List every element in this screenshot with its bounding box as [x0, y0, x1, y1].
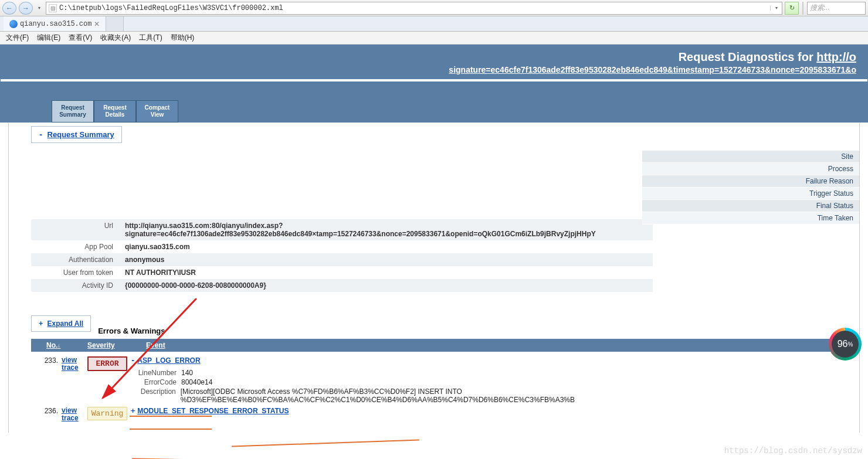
- menu-item[interactable]: 收藏夹(A): [97, 32, 134, 44]
- address-text: C:\inetpub\logs\FailedReqLogFiles\W3SVC1…: [59, 4, 768, 12]
- menu-item[interactable]: 文件(F): [2, 32, 32, 44]
- menu-item[interactable]: 帮助(H): [167, 32, 198, 44]
- event-cell: +MODULE_SET_RESPONSE_ERROR_STATUS: [131, 407, 847, 415]
- table-row: Urlhttp://qianyu.sao315.com:80/qianyu/in…: [31, 219, 653, 240]
- view-tab[interactable]: CompactView: [136, 100, 178, 123]
- expand-all-button[interactable]: + Expand All: [31, 315, 91, 332]
- col-no[interactable]: No.: [46, 341, 70, 349]
- browser-nav-bar: ← → ▾ ▧ C:\inetpub\logs\FailedReqLogFile…: [0, 0, 868, 16]
- kv-value: http://qianyu.sao315.com:80/qianyu/index…: [119, 219, 653, 240]
- detail-key: LineNumber: [131, 369, 177, 377]
- page-content: Request Diagnostics for http://o signatu…: [0, 45, 868, 459]
- event-no: 233.: [31, 356, 58, 365]
- collapse-icon[interactable]: -: [39, 131, 43, 139]
- kv-key: Activity ID: [31, 279, 119, 292]
- search-input[interactable]: 搜索...: [807, 2, 866, 15]
- page-file-icon: ▧: [49, 4, 57, 12]
- toggle-icon[interactable]: -: [131, 356, 135, 365]
- events-header-row: No. Severity Event: [31, 339, 847, 352]
- view-tab[interactable]: RequestSummary: [52, 100, 94, 123]
- content-area: - Request Summary SiteProcessFailure Rea…: [8, 123, 860, 433]
- section-title-link[interactable]: Request Summary: [48, 130, 114, 139]
- history-dropdown[interactable]: ▾: [35, 2, 43, 15]
- back-button[interactable]: ←: [2, 2, 16, 15]
- menu-bar: 文件(F)编辑(E)查看(V)收藏夹(A)工具(T)帮助(H): [0, 32, 868, 45]
- forward-button[interactable]: →: [19, 2, 33, 15]
- summary-info-panel: SiteProcessFailure ReasonTrigger StatusF…: [642, 151, 859, 225]
- kv-value: qianyu.sao315.com: [119, 240, 653, 253]
- annotation-underline: [130, 416, 212, 417]
- table-row: Activity ID{00000000-0000-0000-6208-0080…: [31, 279, 653, 292]
- close-icon[interactable]: ✕: [94, 20, 100, 28]
- gauge-suffix: %: [847, 341, 853, 348]
- kv-key: Authentication: [31, 253, 119, 266]
- col-event[interactable]: Event: [146, 341, 165, 349]
- request-info-table: Urlhttp://qianyu.sao315.com:80/qianyu/in…: [31, 219, 653, 292]
- kv-value: anonymous: [119, 253, 653, 266]
- info-label: Final Status: [642, 200, 859, 212]
- severity-badge: Warning: [87, 407, 127, 420]
- table-row: User from tokenNT AUTHORITY\IUSR: [31, 266, 653, 279]
- title-query-string: signature=ec46cfe7f1306ade2ff83e9530282e…: [12, 65, 856, 74]
- event-no: 236.: [31, 407, 58, 415]
- event-name-link[interactable]: ASP_LOG_ERROR: [137, 356, 200, 365]
- info-label: Failure Reason: [642, 175, 859, 188]
- info-label: Process: [642, 163, 859, 175]
- tab-title: qianyu.sao315.com: [20, 20, 91, 28]
- kv-value: NT AUTHORITY\IUSR: [119, 266, 653, 279]
- detail-key: Description: [131, 387, 176, 404]
- toggle-icon[interactable]: +: [131, 407, 135, 415]
- view-tab[interactable]: RequestDetails: [94, 100, 136, 123]
- menu-item[interactable]: 查看(V): [65, 32, 96, 44]
- view-trace-link[interactable]: viewtrace: [62, 356, 84, 372]
- browser-tab[interactable]: qianyu.sao315.com ✕: [4, 16, 106, 31]
- tab-strip: qianyu.sao315.com ✕: [0, 16, 868, 32]
- expand-icon: +: [39, 319, 43, 328]
- errors-warnings-title: Errors & Warnings: [98, 303, 165, 335]
- annotation-underline: [130, 429, 212, 430]
- table-row: Authenticationanonymous: [31, 253, 653, 266]
- info-label: Time Taken: [642, 212, 859, 225]
- separator: [802, 2, 803, 15]
- table-row: App Poolqianyu.sao315.com: [31, 240, 653, 253]
- detail-key: ErrorCode: [131, 378, 177, 386]
- page-title: Request Diagnostics for http://o: [12, 50, 856, 64]
- severity-badge: ERROR: [87, 356, 127, 371]
- kv-key: App Pool: [31, 240, 119, 253]
- ie-favicon-icon: [9, 20, 18, 28]
- view-tabs-bar: RequestSummaryRequestDetailsCompactView: [0, 83, 868, 123]
- event-row: 236.viewtraceWarning+MODULE_SET_RESPONSE…: [31, 406, 847, 423]
- menu-item[interactable]: 编辑(E): [33, 32, 64, 44]
- col-severity[interactable]: Severity: [87, 341, 128, 349]
- annotation-curve: [232, 439, 419, 447]
- detail-value: 80040e14: [181, 378, 212, 386]
- refresh-button[interactable]: ↻: [785, 2, 799, 15]
- page-header: Request Diagnostics for http://o signatu…: [0, 45, 868, 83]
- watermark: https://blog.csdn.net/sysdzw: [724, 446, 862, 455]
- kv-value: {00000000-0000-0000-6208-0080000000A9}: [119, 279, 653, 292]
- info-label: Trigger Status: [642, 188, 859, 200]
- event-name-link[interactable]: MODULE_SET_RESPONSE_ERROR_STATUS: [137, 407, 289, 415]
- detail-value: [Microsoft][ODBC Microsoft Access %C7%FD…: [181, 387, 847, 404]
- address-bar[interactable]: ▧ C:\inetpub\logs\FailedReqLogFiles\W3SV…: [46, 2, 782, 15]
- kv-key: User from token: [31, 266, 119, 279]
- title-url-link[interactable]: http://o: [816, 50, 856, 63]
- section-header-box[interactable]: - Request Summary: [31, 126, 122, 143]
- menu-item[interactable]: 工具(T): [135, 32, 165, 44]
- gauge-value: 96: [838, 339, 848, 349]
- event-row: 233.viewtraceERROR-ASP_LOG_ERRORLineNumb…: [31, 355, 847, 406]
- title-prefix: Request Diagnostics for: [679, 50, 817, 63]
- event-cell: -ASP_LOG_ERRORLineNumber140ErrorCode8004…: [131, 356, 847, 404]
- new-tab-button[interactable]: [106, 16, 124, 31]
- expand-all-link[interactable]: Expand All: [48, 319, 84, 328]
- info-label: Site: [642, 151, 859, 163]
- view-trace-link[interactable]: viewtrace: [62, 407, 84, 422]
- address-dropdown-icon[interactable]: ▾: [770, 5, 779, 11]
- detail-value: 140: [181, 369, 193, 377]
- kv-key: Url: [31, 219, 119, 240]
